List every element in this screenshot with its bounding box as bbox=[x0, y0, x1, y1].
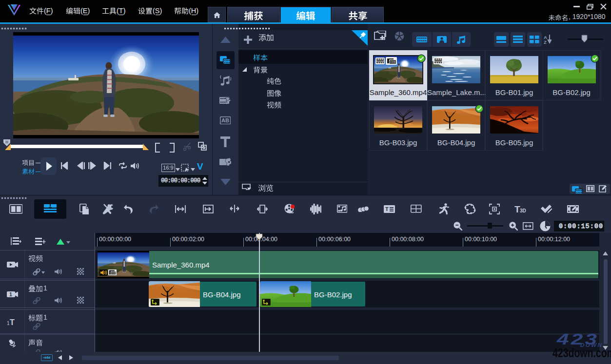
svg-text:T: T bbox=[10, 318, 15, 326]
svg-text:AB: AB bbox=[221, 117, 229, 123]
svg-text:3D: 3D bbox=[520, 208, 526, 213]
svg-text:T: T bbox=[385, 206, 389, 212]
svg-text:Z: Z bbox=[544, 39, 547, 44]
svg-text:1: 1 bbox=[9, 291, 12, 297]
